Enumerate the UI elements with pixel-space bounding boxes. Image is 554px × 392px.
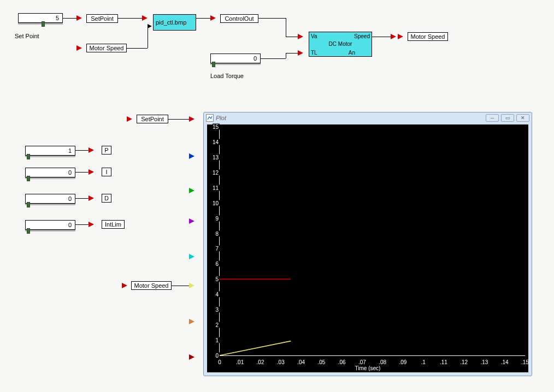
arrow-icon <box>189 354 195 360</box>
wire <box>63 18 76 19</box>
slider-setpoint-handle[interactable] <box>42 21 45 27</box>
arrow-icon <box>189 153 195 159</box>
arrow-icon <box>210 15 216 21</box>
arrow-icon <box>189 188 195 193</box>
slider-p-track[interactable] <box>25 156 75 158</box>
arrow-icon <box>189 116 195 122</box>
block-motor-speed-in[interactable]: Motor Speed <box>86 44 127 52</box>
maximize-button[interactable]: ▭ <box>501 114 514 122</box>
x-tick-label: .14 <box>501 359 509 365</box>
arrow-icon <box>89 195 94 201</box>
wire <box>258 18 286 19</box>
y-tick-label: 12 <box>213 169 220 175</box>
arrow-icon <box>142 15 148 21</box>
y-tick-label: 2 <box>215 322 220 328</box>
arrow-icon <box>298 50 303 56</box>
y-tick-label: 1 <box>215 337 220 343</box>
value-d[interactable]: 0 <box>25 194 75 204</box>
slider-i-track[interactable] <box>25 177 75 180</box>
arrow-icon <box>89 222 94 227</box>
wire <box>286 37 298 37</box>
arrow-icon <box>127 116 132 122</box>
close-button[interactable]: ✕ <box>516 114 529 122</box>
block-setpoint-tag[interactable]: SetPoint <box>86 14 118 23</box>
wire <box>286 53 298 54</box>
x-tick-label: .04 <box>297 359 305 365</box>
arrow-small-icon <box>148 24 152 28</box>
x-tick-label: .06 <box>338 359 346 365</box>
block-dc-motor[interactable]: Va Speed DC Motor TL An <box>309 32 372 57</box>
wire <box>172 286 189 286</box>
x-tick-label: .09 <box>399 359 406 365</box>
y-tick-label: 10 <box>213 200 220 206</box>
slider-d-handle[interactable] <box>27 202 30 207</box>
value-load-torque[interactable]: 0 <box>210 54 261 63</box>
label-setpoint: Set Point <box>15 33 39 39</box>
x-tick-label: .11 <box>440 359 447 365</box>
wire <box>75 198 89 199</box>
slider-d-track[interactable] <box>25 204 75 206</box>
arrow-icon <box>89 147 94 153</box>
wire <box>168 119 189 120</box>
y-tick-label: 14 <box>213 139 220 145</box>
plot-titlebar[interactable]: Plot ─ ▭ ✕ <box>204 112 532 123</box>
arrow-icon <box>391 34 396 39</box>
slider-setpoint-track[interactable] <box>18 23 63 25</box>
y-tick-label: 9 <box>215 215 220 221</box>
wire <box>75 224 89 225</box>
arrow-icon <box>89 169 94 175</box>
trace-motor-speed <box>220 341 291 355</box>
port-tl: TL <box>311 50 317 56</box>
slider-intlim-track[interactable] <box>25 230 75 232</box>
block-p[interactable]: P <box>102 146 111 155</box>
y-tick-label: 0 <box>215 353 220 359</box>
port-va: Va <box>311 33 317 39</box>
x-axis-title: Time (sec) <box>355 365 381 371</box>
plot-window-icon <box>206 114 214 122</box>
y-tick-label: 7 <box>215 246 220 252</box>
value-intlim[interactable]: 0 <box>25 220 75 230</box>
block-motor-speed-plot[interactable]: Motor Speed <box>131 281 172 290</box>
block-pid-ctl[interactable]: pid_ctl.bmp <box>153 14 196 31</box>
arrow-icon <box>398 34 403 39</box>
slider-load-torque-track[interactable] <box>210 63 261 66</box>
y-tick-label: 8 <box>215 230 220 236</box>
block-intlim[interactable]: IntLim <box>102 220 125 229</box>
y-tick-label: 13 <box>213 154 220 160</box>
y-tick-label: 11 <box>213 185 220 191</box>
value-i[interactable]: 0 <box>25 168 75 177</box>
block-motor-speed-out[interactable]: Motor Speed <box>408 32 448 41</box>
plot-area: 1514131211109876543210 0.01.02.03.04.05.… <box>207 124 528 372</box>
y-tick-label: 5 <box>215 276 220 282</box>
port-an: An <box>349 50 355 56</box>
wire <box>118 18 142 19</box>
x-tick-label: .07 <box>358 359 366 365</box>
x-tick-label: .08 <box>379 359 386 365</box>
block-controlout[interactable]: ControlOut <box>220 14 258 23</box>
wire <box>286 18 286 37</box>
wire <box>75 150 89 151</box>
slider-p-handle[interactable] <box>27 154 30 159</box>
wire <box>127 48 148 49</box>
slider-intlim-handle[interactable] <box>27 228 30 234</box>
slider-i-handle[interactable] <box>27 176 30 181</box>
block-d[interactable]: D <box>102 194 111 203</box>
wire <box>372 37 391 37</box>
y-tick-label: 3 <box>215 307 220 313</box>
label-dc-motor: DC Motor <box>329 41 352 47</box>
x-tick-label: .13 <box>481 359 488 365</box>
minimize-button[interactable]: ─ <box>486 114 499 122</box>
block-i[interactable]: I <box>102 168 111 176</box>
wire <box>148 26 148 48</box>
block-setpoint-plot[interactable]: SetPoint <box>137 115 168 123</box>
x-tick-label: .05 <box>317 359 325 365</box>
y-tick-label: 15 <box>213 124 220 130</box>
slider-load-torque-handle[interactable] <box>212 62 215 67</box>
arrow-icon <box>189 319 195 324</box>
x-tick-label: .03 <box>277 359 285 365</box>
x-tick-label: .01 <box>236 359 244 365</box>
x-tick-label: 0 <box>218 359 221 365</box>
label-load-torque: Load Torque <box>210 73 244 79</box>
value-setpoint[interactable]: 5 <box>18 13 63 23</box>
value-p[interactable]: 1 <box>25 146 75 156</box>
